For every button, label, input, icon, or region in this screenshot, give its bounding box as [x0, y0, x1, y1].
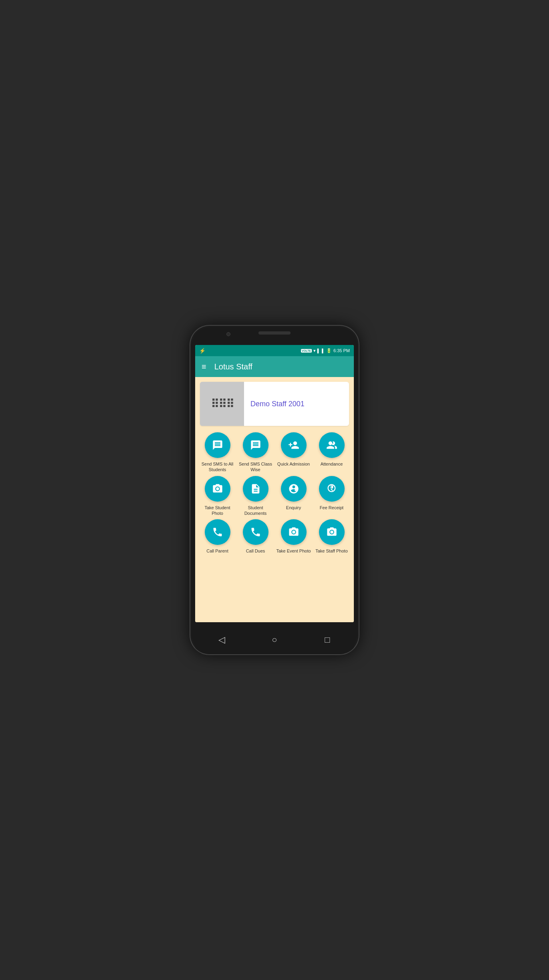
fee-receipt-label: Fee Receipt — [320, 505, 343, 510]
action-enquiry[interactable]: Enquiry — [276, 476, 311, 516]
action-fee-receipt[interactable]: Fee Receipt — [314, 476, 349, 516]
action-quick-admission[interactable]: Quick Admission — [276, 432, 311, 473]
call-dues-circle[interactable] — [243, 519, 268, 545]
enquiry-label: Enquiry — [286, 505, 301, 510]
camera-staff-icon — [326, 526, 337, 538]
time-display: 6:35 PM — [333, 348, 350, 353]
action-take-event-photo[interactable]: Take Event Photo — [276, 519, 311, 554]
enquiry-icon — [288, 483, 299, 494]
sms-icon — [212, 440, 223, 451]
volte-badge: VOLTE — [301, 349, 312, 353]
content-area: Demo Staff 2001 Send SMS to All Students — [195, 377, 354, 622]
call-parent-circle[interactable] — [205, 519, 230, 545]
action-call-parent[interactable]: Call Parent — [200, 519, 235, 554]
profile-photo — [200, 382, 244, 426]
quick-admission-label: Quick Admission — [277, 461, 310, 467]
sms-class-icon — [250, 440, 261, 451]
back-button[interactable]: ◁ — [214, 632, 230, 648]
take-staff-photo-label: Take Staff Photo — [315, 548, 348, 554]
action-grid: Send SMS to All Students Send SMS Class … — [200, 432, 349, 554]
phone-nav-bar: ◁ ○ □ — [195, 625, 354, 654]
action-take-staff-photo[interactable]: Take Staff Photo — [314, 519, 349, 554]
wifi-icon: ▾ — [313, 348, 316, 353]
take-event-photo-label: Take Event Photo — [276, 548, 311, 554]
signal-icon-1: ▌ — [317, 349, 320, 353]
app-title: Lotus Staff — [214, 362, 252, 371]
take-student-photo-circle[interactable] — [205, 476, 230, 502]
person-add-icon — [288, 440, 299, 451]
app-bar: ≡ Lotus Staff — [195, 356, 354, 377]
action-send-sms-class[interactable]: Send SMS Class Wise — [238, 432, 273, 473]
send-sms-all-circle[interactable] — [205, 432, 230, 458]
action-take-student-photo[interactable]: Take Student Photo — [200, 476, 235, 516]
status-right-icons: VOLTE ▾ ▌ ▌ 🔋 6:35 PM — [301, 348, 350, 353]
recents-button[interactable]: □ — [319, 632, 335, 648]
action-call-dues[interactable]: Call Dues — [238, 519, 273, 554]
camera-student-icon — [212, 483, 223, 494]
call-dues-label: Call Dues — [246, 548, 265, 554]
attendance-label: Attendance — [321, 461, 343, 467]
document-icon — [250, 483, 261, 494]
action-send-sms-all[interactable]: Send SMS to All Students — [200, 432, 235, 473]
enquiry-circle[interactable] — [281, 476, 307, 502]
call-parent-label: Call Parent — [206, 548, 228, 554]
phone-dues-icon — [250, 526, 261, 538]
take-student-photo-label: Take Student Photo — [200, 505, 235, 516]
status-bar: ⚡ VOLTE ▾ ▌ ▌ 🔋 6:35 PM — [195, 345, 354, 356]
send-sms-class-label: Send SMS Class Wise — [238, 461, 273, 473]
action-attendance[interactable]: Attendance — [314, 432, 349, 473]
phone-shell: ⚡ VOLTE ▾ ▌ ▌ 🔋 6:35 PM ≡ Lotus Staff — [190, 326, 359, 654]
profile-photo-art — [200, 382, 244, 426]
fee-receipt-circle[interactable] — [319, 476, 345, 502]
profile-name: Demo Staff 2001 — [250, 400, 305, 408]
battery-icon: 🔋 — [326, 348, 332, 353]
usb-icon: ⚡ — [199, 348, 206, 354]
send-sms-all-label: Send SMS to All Students — [200, 461, 235, 473]
phone-parent-icon — [212, 526, 223, 538]
signal-icon-2: ▌ — [322, 349, 325, 353]
screen: ⚡ VOLTE ▾ ▌ ▌ 🔋 6:35 PM ≡ Lotus Staff — [195, 345, 354, 622]
hamburger-menu-button[interactable]: ≡ — [202, 363, 206, 371]
home-button[interactable]: ○ — [266, 632, 283, 648]
student-documents-circle[interactable] — [243, 476, 268, 502]
profile-card: Demo Staff 2001 — [200, 382, 349, 426]
student-documents-label: Student Documents — [238, 505, 273, 516]
camera-event-icon — [288, 526, 299, 538]
person-check-icon — [326, 440, 337, 451]
status-left-icons: ⚡ — [199, 348, 206, 354]
quick-admission-circle[interactable] — [281, 432, 307, 458]
profile-name-area: Demo Staff 2001 — [244, 382, 349, 426]
attendance-circle[interactable] — [319, 432, 345, 458]
send-sms-class-circle[interactable] — [243, 432, 268, 458]
take-event-photo-circle[interactable] — [281, 519, 307, 545]
action-student-documents[interactable]: Student Documents — [238, 476, 273, 516]
phone-camera — [226, 332, 230, 336]
rupee-icon — [326, 483, 337, 494]
take-staff-photo-circle[interactable] — [319, 519, 345, 545]
